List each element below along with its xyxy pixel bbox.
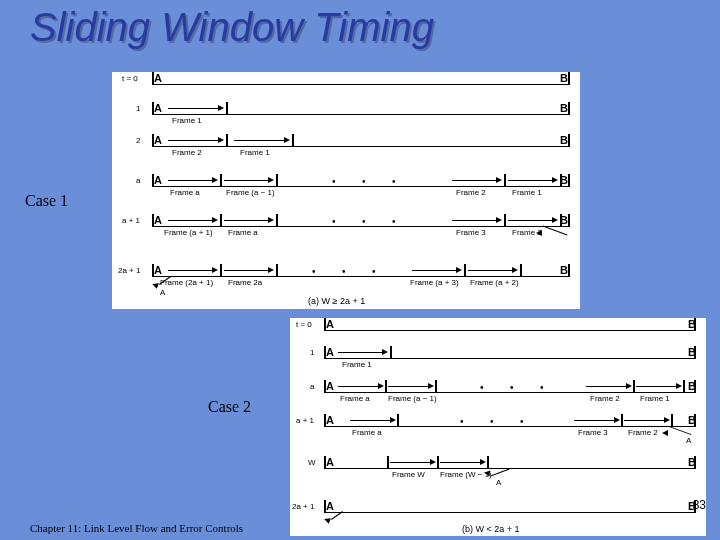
node-a: A bbox=[326, 456, 334, 468]
node-a: A bbox=[326, 380, 334, 392]
node-a: A bbox=[326, 318, 334, 330]
node-a: A bbox=[154, 134, 162, 146]
frame-label: Frame (a − 1) bbox=[388, 394, 437, 403]
frame-label: Frame a bbox=[170, 188, 200, 197]
node-b: B bbox=[560, 72, 568, 84]
node-b: B bbox=[560, 134, 568, 146]
frame-label: Frame (2a + 1) bbox=[160, 278, 213, 287]
case-2-label: Case 2 bbox=[208, 398, 251, 416]
frame-label: Frame a bbox=[228, 228, 258, 237]
node-a: A bbox=[154, 102, 162, 114]
time-label: a + 1 bbox=[296, 416, 314, 425]
slide-title: Sliding Window Timing bbox=[30, 5, 434, 50]
ack-label: A bbox=[686, 436, 691, 445]
node-a: A bbox=[154, 264, 162, 276]
frame-label: Frame 1 bbox=[640, 394, 670, 403]
frame-label: Frame (a + 2) bbox=[470, 278, 519, 287]
frame-label: Frame 3 bbox=[578, 428, 608, 437]
diagram-case-1: t = 0 A B 1 A B Frame 1 2 A B Frame 2 Fr… bbox=[112, 72, 580, 309]
time-label: 2a + 1 bbox=[292, 502, 314, 511]
frame-label: Frame (a + 1) bbox=[164, 228, 213, 237]
diagram-case-2: t = 0 A B 1 A B Frame 1 a A B Frame a Fr… bbox=[290, 318, 706, 536]
frame-label: Frame W bbox=[392, 470, 425, 479]
time-label: 1 bbox=[310, 348, 314, 357]
time-label: t = 0 bbox=[296, 320, 312, 329]
frame-label: Frame 2 bbox=[456, 188, 486, 197]
node-a: A bbox=[326, 500, 334, 512]
frame-label: Frame 2a bbox=[228, 278, 262, 287]
case-1-label: Case 1 bbox=[25, 192, 68, 210]
time-label: 2 bbox=[136, 136, 140, 145]
time-label: t = 0 bbox=[122, 74, 138, 83]
page-number: 33 bbox=[693, 498, 706, 512]
frame-label: Frame 1 bbox=[240, 148, 270, 157]
node-a: A bbox=[154, 72, 162, 84]
time-label: a + 1 bbox=[122, 216, 140, 225]
time-label: a bbox=[136, 176, 140, 185]
time-label: W bbox=[308, 458, 316, 467]
frame-label: Frame a bbox=[340, 394, 370, 403]
frame-label: Frame 3 bbox=[456, 228, 486, 237]
node-b: B bbox=[560, 102, 568, 114]
node-a: A bbox=[154, 214, 162, 226]
node-b: B bbox=[560, 264, 568, 276]
frame-label: Frame (a + 3) bbox=[410, 278, 459, 287]
diagram-caption: (a) W ≥ 2a + 1 bbox=[308, 296, 365, 306]
node-a: A bbox=[326, 414, 334, 426]
node-a: A bbox=[154, 174, 162, 186]
frame-label: Frame 1 bbox=[172, 116, 202, 125]
frame-label: Frame 2 bbox=[628, 428, 658, 437]
node-a: A bbox=[326, 346, 334, 358]
time-label: 1 bbox=[136, 104, 140, 113]
frame-label: Frame 2 bbox=[172, 148, 202, 157]
footer-text: Chapter 11: Link Level Flow and Error Co… bbox=[30, 522, 243, 534]
time-label: a bbox=[310, 382, 314, 391]
frame-label: Frame 1 bbox=[342, 360, 372, 369]
frame-label: Frame 2 bbox=[590, 394, 620, 403]
frame-label: Frame a bbox=[352, 428, 382, 437]
frame-label: Frame 1 bbox=[512, 188, 542, 197]
diagram-caption: (b) W < 2a + 1 bbox=[462, 524, 520, 534]
frame-label: Frame (a − 1) bbox=[226, 188, 275, 197]
ack-label: A bbox=[160, 288, 165, 297]
ack-label: A bbox=[496, 478, 501, 487]
time-label: 2a + 1 bbox=[118, 266, 140, 275]
